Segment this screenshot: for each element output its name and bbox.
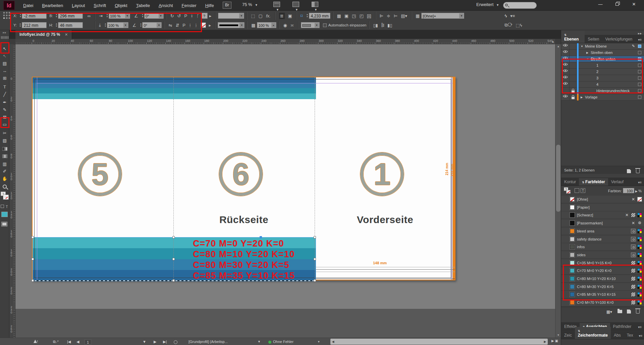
swatch-row-c-70-m-0-y-20-k-0[interactable]: C=70 M=0 Y=20 K=0 (561, 267, 644, 275)
textwrap-none-icon[interactable]: ≣ (279, 13, 285, 19)
width-stepper[interactable]: ▲▼ (55, 13, 58, 18)
minimize-button[interactable]: — (593, 0, 608, 9)
panel-menu-icon[interactable]: ▾≡ (635, 37, 644, 43)
layer-row-3[interactable]: 3 (561, 75, 644, 81)
formatting-container-icon[interactable] (1, 205, 4, 208)
selection-handle[interactable] (172, 236, 175, 238)
fit-content-icon[interactable]: ▩ (337, 13, 341, 18)
help-button[interactable]: ? (201, 13, 208, 19)
select-p-icon[interactable]: P (182, 23, 185, 28)
select-container-icon[interactable]: P (184, 13, 187, 18)
new-swatch-icon[interactable] (627, 309, 631, 315)
selection-handle[interactable] (32, 258, 34, 260)
frame-grid-icon[interactable]: ⬚ϟ (516, 23, 522, 28)
menu-bearbeiten[interactable]: Bearbeiten (38, 3, 67, 8)
corner-radius-stepper[interactable]: ▲▼ (306, 13, 309, 18)
align-options-icon[interactable]: ▤▾ (401, 13, 407, 18)
rectangle-frame-tool[interactable]: ⊠ (0, 114, 9, 121)
stroke-weight-dropdown[interactable]: ▼ (218, 13, 244, 19)
tab-seiten[interactable]: Seiten (585, 36, 602, 43)
corner-radius-field[interactable]: 4,233 mm (309, 13, 330, 19)
tab-verknüpfungen[interactable]: Verknüpfungen (602, 36, 635, 43)
twisty-icon[interactable]: ▶ (581, 96, 583, 99)
panel-menu-icon[interactable]: ▾≡ (635, 179, 644, 186)
eyedropper-tool[interactable]: ✐ (0, 168, 9, 175)
pencil-tool[interactable]: ✎ (0, 107, 9, 113)
layer-proxy-square[interactable] (638, 83, 641, 86)
menu-ansicht[interactable]: Ansicht (154, 3, 177, 8)
scrollbar-thumb[interactable] (556, 145, 560, 212)
fit-frame-icon[interactable]: ▣ (344, 13, 348, 18)
horizontal-ruler[interactable]: ▲020406080100120140160180200220240260280… (15, 39, 555, 44)
tab-kontur[interactable]: Kontur (561, 178, 579, 186)
stripe-band[interactable] (33, 83, 316, 88)
object-style-dropdown[interactable]: [Ohne]+▼ (421, 13, 464, 19)
preflight-profile-dropdown[interactable]: [Grundprofil] (Arbeitsp... (189, 338, 228, 345)
scissors-tool[interactable]: ✂ (0, 130, 9, 137)
document-spread[interactable]: 56Rückseite1Vorderseite C=70 M=0 Y=20 K=… (32, 77, 455, 280)
panel-collapse-icon[interactable]: ▸▸ (0, 31, 9, 34)
menu-layout[interactable]: Layout (67, 3, 89, 8)
align-center-icon[interactable]: ≑ (387, 13, 390, 18)
selection-handle[interactable] (32, 279, 34, 282)
menu-schrift[interactable]: Schrift (89, 3, 110, 8)
swatch-row-passermarken[interactable]: [Passermarken]✕⊕ (561, 219, 644, 227)
shear-field[interactable]: 0°▼ (142, 22, 162, 28)
eye-visibility-icon[interactable] (561, 94, 570, 100)
y-stepper[interactable]: ▲▼ (19, 23, 22, 27)
screen-mode-toggle[interactable] (1, 222, 7, 226)
layer-row-hintergrundrechteck[interactable]: Hintergrundrechteck (561, 88, 644, 94)
quick-apply-icon[interactable]: ϟ (504, 13, 507, 18)
constrain-proportions-icon[interactable]: ∞ (88, 13, 91, 18)
new-group-icon[interactable] (618, 309, 622, 314)
page-tool[interactable]: ▤ (0, 60, 9, 67)
tab-abs[interactable]: Abs (611, 332, 624, 339)
selection-handle[interactable] (172, 279, 175, 282)
distribute-right-icon[interactable]: ▮▯ (387, 23, 392, 28)
swatch-row-c-80-m-30-y-20-k-5[interactable]: C=80 M=30 Y=20 K=5 (561, 283, 644, 291)
guide-right[interactable] (451, 77, 452, 280)
panel-menu-icon[interactable]: ▾≡ (636, 333, 644, 339)
align-left-icon[interactable]: ⊫ (380, 13, 383, 18)
workspace-switcher[interactable]: Erweitert▼ (476, 2, 499, 7)
first-page-button[interactable]: |◀ (67, 338, 71, 345)
layer-proxy-square[interactable] (638, 76, 641, 80)
pen-tool[interactable]: ✒ (0, 99, 9, 106)
formatting-affects-buttons[interactable]: T (1, 204, 9, 209)
gradient-tool[interactable] (0, 145, 9, 152)
tab-zeichenformate[interactable]: ⇅Zeichenformate (575, 327, 611, 339)
autofit-checkbox[interactable] (323, 23, 327, 27)
swatch-row-schwarz[interactable]: [Schwarz]✕ (561, 211, 644, 219)
formatting-text-icon[interactable]: T (6, 205, 8, 209)
page-number-circle-1[interactable]: 1 (360, 152, 404, 196)
document-tab[interactable]: Infoflyer.indd @ 75 %✕ (15, 30, 72, 39)
x-stepper[interactable]: ▲▼ (19, 13, 22, 18)
twisty-icon[interactable]: ▼ (586, 58, 589, 61)
flyout-arrow-icon[interactable]: ▸ (209, 23, 211, 28)
selection-handle[interactable] (32, 236, 34, 238)
eye-visibility-icon[interactable] (561, 56, 570, 62)
last-page-button[interactable]: ▶| (163, 338, 167, 345)
apply-color-button[interactable] (1, 212, 8, 217)
direct-selection-tool[interactable]: ↖ (0, 53, 9, 60)
tree-down-icon[interactable]: ᚽ (189, 23, 192, 28)
flip-horizontal-icon[interactable]: ⇋ (168, 23, 172, 28)
layer-row-streifen-unten[interactable]: ▼Streifen unten (561, 56, 644, 62)
stroke-swatch-none-icon[interactable] (3, 195, 8, 199)
wrap-bounds-icon[interactable]: ≍ (290, 23, 294, 28)
fx-icon[interactable]: fx. (266, 13, 271, 18)
prev-page-button[interactable]: ◀ (76, 338, 79, 345)
swatch-row-safety-distance[interactable]: safety distance (561, 235, 644, 243)
canvas-pasteboard[interactable]: 56Rückseite1Vorderseite C=70 M=0 Y=20 K=… (15, 44, 555, 338)
scale-x-field[interactable]: 100 %▼ (109, 13, 130, 19)
fit-proportional-icon[interactable]: ◳ (352, 13, 356, 18)
swatch-row-c-0-m-70-y-100-k-0[interactable]: C=0 M=70 Y=100 K=0 (561, 299, 644, 306)
next-page-button[interactable]: ▶ (154, 338, 156, 345)
scroll-down-icon[interactable]: ▼ (555, 333, 561, 338)
preflight-icon[interactable]: ! (34, 338, 38, 345)
rotate-cw-icon[interactable]: ↻ (170, 13, 174, 18)
tab-tex[interactable]: Tex (624, 332, 636, 339)
eye-visibility-icon[interactable] (561, 43, 570, 50)
formatting-container-icon[interactable] (575, 188, 579, 193)
swatch-row-bleed-area[interactable]: bleed area (561, 227, 644, 235)
